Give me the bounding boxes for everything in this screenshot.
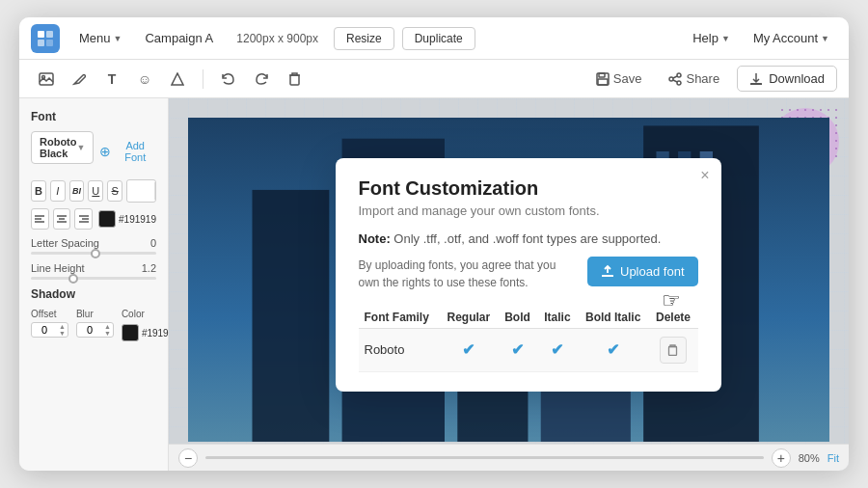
menu-chevron: ▼ <box>114 34 122 43</box>
shadow-offset-input[interactable] <box>32 324 57 336</box>
col-family-header: Font Family <box>359 307 440 329</box>
undo-button[interactable] <box>213 65 244 94</box>
app-logo <box>31 24 60 53</box>
shadow-blur-field: Blur ▲ ▼ <box>76 309 114 341</box>
svg-rect-9 <box>599 73 605 77</box>
font-format-row: B I BI U S 84 ▲ ▼ <box>31 179 156 203</box>
zoom-slider[interactable] <box>205 456 764 459</box>
svg-rect-16 <box>750 83 762 85</box>
help-button[interactable]: Help ▼ <box>685 27 738 49</box>
text-color-swatch[interactable] <box>98 210 116 228</box>
line-height-slider[interactable] <box>31 277 156 280</box>
blur-down-arrow[interactable]: ▼ <box>102 330 113 337</box>
delete-font-button[interactable] <box>660 337 687 364</box>
add-font-button[interactable]: ⊕ Add Font <box>99 140 156 163</box>
svg-rect-10 <box>598 79 608 85</box>
italic-button[interactable]: I <box>50 180 66 202</box>
font-table: Font Family Regular Bold Italic Bold Ita… <box>359 307 698 372</box>
italic-cell: ✔ <box>537 328 578 371</box>
strikethrough-button[interactable]: S <box>107 180 122 202</box>
align-left-button[interactable] <box>31 208 49 230</box>
save-button[interactable]: Save <box>586 68 652 90</box>
bold-italic-button[interactable]: BI <box>69 180 85 202</box>
shadow-title: Shadow <box>31 287 156 301</box>
svg-point-12 <box>669 77 673 81</box>
main-content: Font Roboto Black ▼ ⊕ Add Font B I BI U … <box>19 98 849 471</box>
share-button[interactable]: Share <box>659 68 729 90</box>
canvas-area: − + 80% Fit × Font Customization Import … <box>169 98 849 471</box>
shadow-blur-input[interactable] <box>77 324 102 336</box>
cursor-icon: ☞ <box>662 288 681 313</box>
line-height-row: Line Height 1.2 <box>31 262 156 280</box>
zoom-in-button[interactable]: + <box>772 448 791 468</box>
svg-rect-7 <box>290 75 299 85</box>
bold-button[interactable]: B <box>31 180 46 202</box>
fit-button[interactable]: Fit <box>827 452 839 464</box>
svg-point-11 <box>677 73 681 77</box>
align-right-button[interactable] <box>74 208 93 230</box>
modal-note: Note: Only .tff, .otf, and .woff font ty… <box>359 230 698 249</box>
upload-font-button[interactable]: Upload font <box>587 257 698 286</box>
account-button[interactable]: My Account ▼ <box>746 27 837 49</box>
font-selector[interactable]: Roboto Black ▼ <box>31 131 94 164</box>
zoom-out-button[interactable]: − <box>178 448 198 468</box>
duplicate-button[interactable]: Duplicate <box>402 27 475 50</box>
delete-cell <box>648 328 697 371</box>
table-row: Roboto ✔ ✔ ✔ ✔ <box>359 328 698 371</box>
font-size-down[interactable]: ▼ <box>155 191 156 200</box>
font-size-up[interactable]: ▲ <box>155 182 156 191</box>
toolbar: T ☺ Save <box>19 60 849 98</box>
delete-toolbar-button[interactable] <box>279 65 310 94</box>
image-tool[interactable] <box>31 65 62 94</box>
svg-rect-3 <box>46 40 53 46</box>
shadow-offset-field: Offset ▲ ▼ <box>31 309 68 341</box>
svg-line-14 <box>673 76 677 78</box>
offset-down-arrow[interactable]: ▼ <box>57 330 68 337</box>
canvas-size-label: 1200px x 900px <box>229 32 326 45</box>
regular-cell: ✔ <box>440 328 498 371</box>
text-tool[interactable]: T <box>96 65 127 94</box>
svg-rect-27 <box>253 190 330 442</box>
zoom-value: 80% <box>799 452 820 464</box>
redo-button[interactable] <box>246 65 277 94</box>
underline-button[interactable]: U <box>88 180 103 202</box>
resize-button[interactable]: Resize <box>334 27 394 50</box>
modal-body-row: By uploading fonts, you agree that you o… <box>359 257 698 291</box>
font-size-input[interactable]: 84 <box>127 180 154 202</box>
align-center-button[interactable] <box>53 208 71 230</box>
menu-button[interactable]: Menu ▼ <box>71 27 129 49</box>
font-family-cell: Roboto <box>359 328 440 371</box>
shadow-offset-input-row[interactable]: ▲ ▼ <box>31 322 68 338</box>
svg-marker-6 <box>172 73 183 85</box>
canvas-bottom-bar: − + 80% Fit <box>169 444 849 471</box>
left-panel: Font Roboto Black ▼ ⊕ Add Font B I BI U … <box>19 98 169 471</box>
menu-bar: Menu ▼ Campaign A 1200px x 900px Resize … <box>19 17 849 60</box>
offset-up-arrow[interactable]: ▲ <box>57 323 68 330</box>
bold-italic-cell: ✔ <box>578 328 649 371</box>
modal-title: Font Customization <box>359 177 698 200</box>
emoji-tool[interactable]: ☺ <box>129 65 160 94</box>
download-button[interactable]: Download <box>737 66 837 92</box>
svg-rect-42 <box>669 346 677 355</box>
shadow-section: Shadow Offset ▲ ▼ Blur <box>31 287 156 341</box>
col-bold-italic-header: Bold Italic <box>578 307 649 329</box>
pen-tool[interactable] <box>64 65 95 94</box>
svg-line-15 <box>673 80 677 82</box>
shape-tool[interactable] <box>162 65 193 94</box>
svg-point-13 <box>677 81 681 85</box>
align-row: #191919 <box>31 208 156 230</box>
letter-spacing-slider[interactable] <box>31 252 156 255</box>
shadow-color-swatch[interactable] <box>122 324 139 341</box>
letter-spacing-row: Letter Spacing 0 <box>31 237 156 255</box>
toolbar-history <box>213 65 310 94</box>
bold-cell: ✔ <box>498 328 537 371</box>
col-bold-header: Bold <box>498 307 537 329</box>
svg-rect-2 <box>38 40 44 46</box>
modal-body-text: By uploading fonts, you agree that you o… <box>359 257 571 291</box>
toolbar-separator-1 <box>203 69 203 89</box>
app-window: Menu ▼ Campaign A 1200px x 900px Resize … <box>19 17 849 471</box>
color-picker[interactable]: #191919 <box>98 210 156 228</box>
blur-up-arrow[interactable]: ▲ <box>102 323 113 330</box>
shadow-blur-input-row[interactable]: ▲ ▼ <box>76 322 114 338</box>
modal-close-button[interactable]: × <box>700 168 709 183</box>
